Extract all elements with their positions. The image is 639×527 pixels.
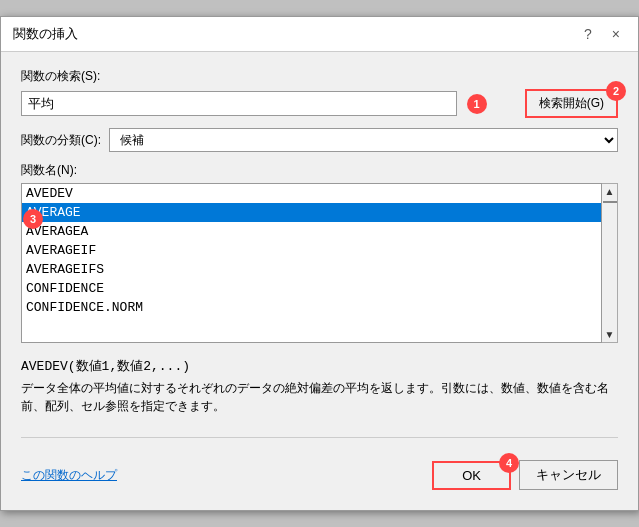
description-section: AVEDEV(数値1,数値2,...) データ全体の平均値に対するそれぞれのデー… xyxy=(21,353,618,423)
dialog-body: 関数の検索(S): 1 検索開始(G) 2 関数の分類(C): xyxy=(1,52,638,510)
function-item-confidence-norm[interactable]: CONFIDENCE.NORM xyxy=(22,298,601,317)
scroll-thumb[interactable] xyxy=(603,201,617,203)
search-section: 関数の検索(S): 1 検索開始(G) 2 xyxy=(21,68,618,118)
ok-button[interactable]: OK 4 xyxy=(432,461,511,490)
footer-buttons: OK 4 キャンセル xyxy=(432,460,618,490)
badge-search: 2 xyxy=(606,81,626,101)
function-list-label: 関数名(N): xyxy=(21,162,618,179)
function-item-average[interactable]: AVERAGE xyxy=(22,203,601,222)
badge-4: 4 xyxy=(499,453,519,473)
function-list-wrapper: AVEDEV AVERAGE AVERAGEA AVERAGEIF AVERAG… xyxy=(21,183,618,343)
description-syntax: AVEDEV(数値1,数値2,...) xyxy=(21,357,618,375)
description-text: データ全体の平均値に対するそれぞれのデータの絶対偏差の平均を返します。引数には、… xyxy=(21,379,618,415)
function-item-averageifs[interactable]: AVERAGEIFS xyxy=(22,260,601,279)
ok-button-wrap: OK 4 xyxy=(432,461,511,490)
category-section: 関数の分類(C): 候補 すべて表示 財務 日付/時刻 数学/三角 統計 xyxy=(21,128,618,152)
category-label: 関数の分類(C): xyxy=(21,132,101,149)
close-button[interactable]: × xyxy=(606,25,626,43)
help-link[interactable]: この関数のヘルプ xyxy=(21,467,117,484)
function-list[interactable]: AVEDEV AVERAGE AVERAGEA AVERAGEIF AVERAG… xyxy=(21,183,602,343)
cancel-button[interactable]: キャンセル xyxy=(519,460,618,490)
search-input[interactable] xyxy=(21,91,457,116)
scroll-up-arrow[interactable]: ▲ xyxy=(603,184,617,199)
dialog-title: 関数の挿入 xyxy=(13,25,78,43)
footer-row: この関数のヘルプ OK 4 キャンセル xyxy=(21,452,618,494)
search-label: 関数の検索(S): xyxy=(21,68,618,85)
function-item-avedev[interactable]: AVEDEV xyxy=(22,184,601,203)
search-button[interactable]: 検索開始(G) 2 xyxy=(525,89,618,118)
search-row: 1 検索開始(G) 2 xyxy=(21,89,618,118)
function-item-averagea[interactable]: AVERAGEA xyxy=(22,222,601,241)
help-title-btn[interactable]: ? xyxy=(578,25,598,43)
badge-1: 1 xyxy=(467,94,487,114)
category-select[interactable]: 候補 すべて表示 財務 日付/時刻 数学/三角 統計 xyxy=(109,128,618,152)
divider xyxy=(21,437,618,438)
title-bar: 関数の挿入 ? × xyxy=(1,17,638,52)
scroll-down-arrow[interactable]: ▼ xyxy=(603,327,617,342)
function-item-confidence[interactable]: CONFIDENCE xyxy=(22,279,601,298)
scrollbar[interactable]: ▲ ▼ xyxy=(602,183,618,343)
input-badge-wrap: 1 xyxy=(21,91,517,116)
function-list-section: 関数名(N): AVEDEV AVERAGE AVERAGEA AVERAGEI… xyxy=(21,162,618,343)
function-item-averageif[interactable]: AVERAGEIF xyxy=(22,241,601,260)
title-bar-controls: ? × xyxy=(578,25,626,43)
insert-function-dialog: 関数の挿入 ? × 関数の検索(S): 1 検索開始(G) 2 xyxy=(0,16,639,511)
